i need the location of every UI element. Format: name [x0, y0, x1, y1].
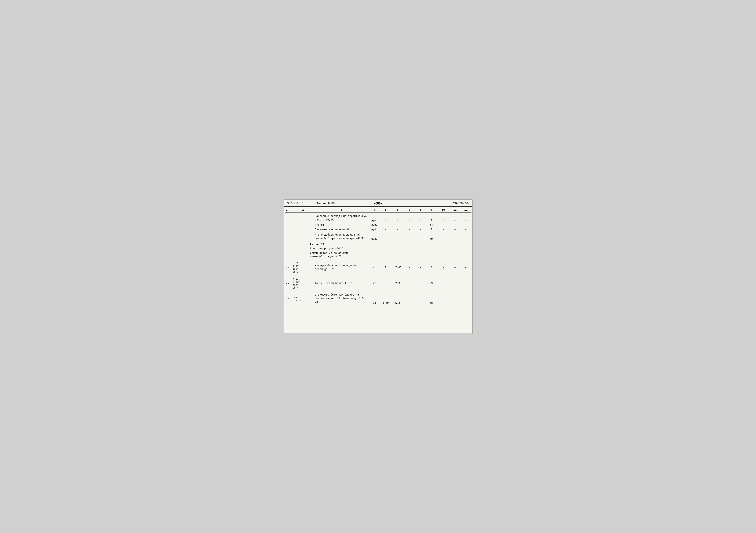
r5-col10: –: [437, 260, 449, 275]
r4-col8: –: [415, 232, 425, 241]
table-row: Итого: руб. – – – ~ 64 – – –: [285, 223, 472, 227]
r1-col6: –: [391, 213, 404, 223]
r6-col4: шт: [368, 276, 380, 291]
r2-col8: ~: [415, 223, 425, 227]
r1-col2: [292, 213, 314, 223]
r2-col3: Итого:: [314, 223, 368, 227]
r3-col4: руб.: [368, 227, 380, 232]
bottom-border: [285, 309, 472, 310]
r2-col2: [292, 223, 314, 227]
r4-col2: [292, 232, 314, 241]
r7-col1: из: [285, 292, 292, 306]
r6-col2: п.177-403табл.36-4: [292, 276, 314, 291]
r7-col10: –: [437, 292, 449, 306]
r7-col12: –: [460, 292, 471, 306]
doc-ref: 20478-09: [383, 202, 469, 205]
r2-col9: 64: [425, 223, 437, 227]
r5-col12: –: [460, 260, 471, 275]
r1-col7: –: [404, 213, 415, 223]
table-row: из п.19ССЦп.3-II Стоимость бетонных блок…: [285, 292, 472, 306]
r2-col1: [285, 223, 292, 227]
col-7-header: 7: [404, 207, 415, 213]
page-header: 902-9-30.85 Альбом 6.88 –36– 20478-09: [284, 200, 472, 207]
r5-col2: п.157-401табл.36-2: [292, 260, 314, 275]
col-12-header: I2: [460, 207, 471, 213]
col-header-row: 1 2 3 4 5 6 7 8 9 IO II I2: [285, 207, 472, 213]
r7-col9: 68: [425, 292, 437, 306]
r4-col10: –: [437, 232, 449, 241]
r7-col5: I,59: [380, 292, 391, 306]
r4-col3: Итого добавляется к локальной смете № I …: [314, 232, 368, 241]
r3-col8: –: [415, 227, 425, 232]
section-temperature: При температуре –20°C: [285, 247, 472, 251]
r5-col8: –: [415, 260, 425, 275]
r1-col11: –: [449, 213, 460, 223]
r3-col12: –: [460, 227, 471, 232]
r6-col10: –: [437, 276, 449, 291]
col-4-header: 4: [368, 207, 380, 213]
r1-col5: –: [380, 213, 391, 223]
col-3-header: 3: [314, 207, 368, 213]
r4-col11: –: [449, 232, 460, 241]
r3-col11: –: [449, 227, 460, 232]
section-header-row: При температуре –20°C: [285, 247, 472, 251]
col-5-header: 5: [380, 207, 391, 213]
r4-col6: –: [391, 232, 404, 241]
album-label: Альбом 6.88: [317, 202, 335, 205]
col-2-header: 2: [292, 207, 314, 213]
r5-col7: –: [404, 260, 415, 275]
r6-col8: –: [415, 276, 425, 291]
table-row: из п.177-403табл.36-4 То же, весом более…: [285, 276, 472, 291]
col-1-header: 1: [285, 207, 292, 213]
r6-col9: 29: [425, 276, 437, 291]
col-8-header: 8: [415, 207, 425, 213]
col-header-table: 1 2 3 4 5 6 7 8 9 IO II I2: [285, 207, 472, 213]
r2-col12: –: [460, 223, 471, 227]
r1-col10: –: [437, 213, 449, 223]
r6-col3: То же, весом более I,5 т: [314, 276, 368, 291]
col-10-header: IO: [437, 207, 449, 213]
r4-col5: –: [380, 232, 391, 241]
r7-col8: –: [415, 292, 425, 306]
data-table: Накладные расходы на строительные работы…: [285, 213, 472, 310]
r2-col5: –: [380, 223, 391, 227]
section-excludes: Исключается из локальнойсметы №I, раздел…: [285, 251, 472, 260]
r5-col3: Укладка блоков стен подвала, весом до I …: [314, 260, 368, 275]
page-number: –36–: [373, 201, 383, 205]
r3-col5: –: [380, 227, 391, 232]
r7-col3: Стоимость бетонных блоков из бетона марк…: [314, 292, 368, 306]
r1-col3: Накладные расходы на строительные работы…: [314, 213, 368, 223]
content-area: Накладные расходы на строительные работы…: [285, 213, 472, 310]
table-row: из п.157-401табл.36-2 Укладка блоков сте…: [285, 260, 472, 275]
section-header-row: Исключается из локальнойсметы №I, раздел…: [285, 251, 472, 260]
col-11-header: II: [449, 207, 460, 213]
r5-col4: шт: [368, 260, 380, 275]
r3-col6: –: [391, 227, 404, 232]
r1-col12: –: [460, 213, 471, 223]
r6-col1: из: [285, 276, 292, 291]
r5-col6: .I,65: [391, 260, 404, 275]
r3-col3: Плановые накопления 8%: [314, 227, 368, 232]
r1-col1: [285, 213, 292, 223]
r7-col2: п.19ССЦп.3-II: [292, 292, 314, 306]
r6-col5: IO: [380, 276, 391, 291]
r7-col6: 42,5: [391, 292, 404, 306]
r2-col11: –: [449, 223, 460, 227]
spacer-row: [285, 306, 472, 309]
r7-col4: м3: [368, 292, 380, 306]
doc-number: 902-9-30.85: [287, 202, 305, 205]
r6-col12: –: [460, 276, 471, 291]
table-row: Плановые накопления 8% руб. – – – – 5 – …: [285, 227, 472, 232]
r1-col8: –: [415, 213, 425, 223]
section-razdel: Раздел II.: [285, 241, 472, 247]
table-row: Итого добавляется к локальной смете № I …: [285, 232, 472, 241]
r7-col7: –: [404, 292, 415, 306]
r2-col4: руб.: [368, 223, 380, 227]
col-9-header: 9: [425, 207, 437, 213]
r2-col10: –: [437, 223, 449, 227]
r5-col11: –: [449, 260, 460, 275]
r6-col7: –: [404, 276, 415, 291]
r5-col1: из: [285, 260, 292, 275]
r1-col4: руб.: [368, 213, 380, 223]
page: 902-9-30.85 Альбом 6.88 –36– 20478-09 1 …: [284, 200, 472, 334]
